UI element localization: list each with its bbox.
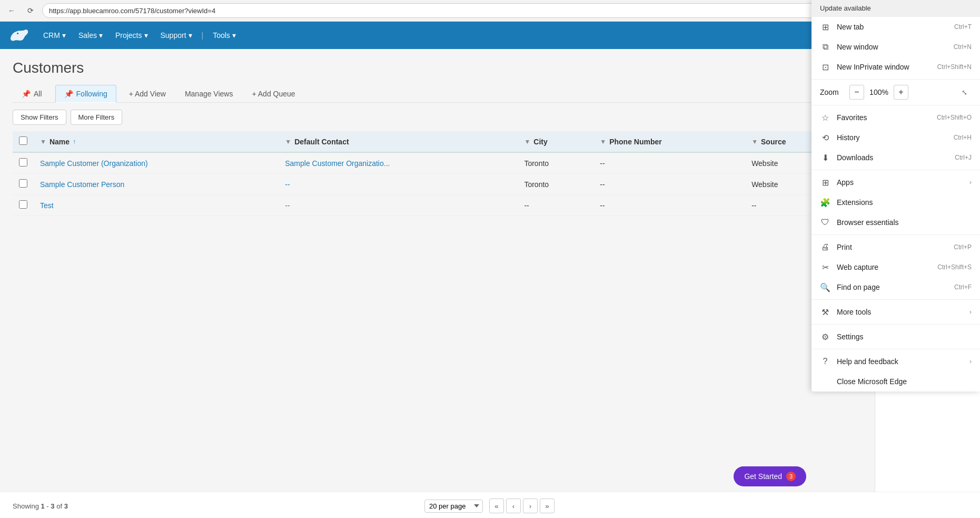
table-row: Sample Customer Person -- Toronto -- Web… (13, 174, 862, 195)
shortcut-history: Ctrl+H (954, 134, 972, 141)
address-bar[interactable] (42, 3, 856, 18)
prev-page-button[interactable]: ‹ (506, 499, 521, 513)
menu-icon-web-capture: ✂ (820, 262, 830, 272)
nav-crm[interactable]: CRM ▾ (38, 28, 71, 43)
menu-item-extensions[interactable]: 🧩 Extensions (811, 192, 980, 212)
phone-filter-icon: ▼ (600, 138, 606, 145)
city-filter-icon: ▼ (524, 138, 530, 145)
cell-phone: -- (593, 152, 745, 174)
row-checkbox-cell[interactable] (13, 195, 34, 216)
menu-icon-close-edge (820, 376, 830, 387)
menu-item-more-tools[interactable]: ⚒ More tools › (811, 302, 980, 322)
arrow-help-feedback: › (969, 358, 972, 365)
row-checkbox[interactable] (19, 158, 27, 167)
zoom-row: Zoom − 100% + ⤡ (811, 82, 980, 103)
zoom-expand-button[interactable]: ⤡ (957, 85, 972, 100)
menu-item-close-edge[interactable]: Close Microsoft Edge (811, 372, 980, 392)
divider-after-browser-essentials (811, 234, 980, 235)
nav-projects[interactable]: Projects ▾ (110, 28, 153, 43)
last-page-button[interactable]: » (540, 499, 555, 513)
pagination-bar: Showing 1 - 3 of 3 10 per page20 per pag… (0, 492, 980, 518)
tab-add-view[interactable]: + Add View (123, 86, 172, 101)
menu-item-new-inprivate[interactable]: ⊡ New InPrivate window Ctrl+Shift+N (811, 57, 980, 77)
menu-label-favorites: Favorites (837, 113, 867, 122)
menu-icon-print: 🖨 (820, 242, 830, 252)
select-all-header[interactable] (13, 131, 34, 152)
row-checkbox[interactable] (19, 200, 27, 209)
shortcut-print: Ctrl+P (954, 243, 972, 251)
menu-icon-more-tools: ⚒ (820, 307, 830, 317)
menu-item-browser-essentials[interactable]: 🛡 Browser essentials (811, 212, 980, 232)
menu-label-new-window: New window (837, 43, 878, 51)
menu-item-new-window[interactable]: ⧉ New window Ctrl+N (811, 37, 980, 57)
zoom-plus-button[interactable]: + (894, 85, 908, 100)
menu-item-settings[interactable]: ⚙ Settings (811, 327, 980, 347)
select-all-checkbox[interactable] (19, 136, 27, 145)
more-filters-button[interactable]: More Filters (71, 110, 123, 125)
row-checkbox-cell[interactable] (13, 152, 34, 174)
name-sort-icon[interactable]: ↑ (73, 138, 76, 145)
cell-city: Toronto (518, 174, 593, 195)
row-checkbox[interactable] (19, 179, 27, 188)
reload-button[interactable]: ⟳ (23, 3, 38, 18)
menu-item-downloads[interactable]: ⬇ Downloads Ctrl+J (811, 148, 980, 168)
next-page-button[interactable]: › (523, 499, 538, 513)
menu-item-new-tab[interactable]: ⊞ New tab Ctrl+T (811, 17, 980, 37)
customer-name-link[interactable]: Sample Customer (Organization) (40, 159, 148, 168)
nav-support[interactable]: Support ▾ (155, 28, 197, 43)
tab-manage-views[interactable]: Manage Views (179, 86, 240, 101)
menu-icon-extensions: 🧩 (820, 197, 830, 208)
col-name-header[interactable]: ▼ Name ↑ (34, 131, 279, 152)
contact-link[interactable]: -- (285, 180, 290, 189)
arrow-more-tools: › (969, 308, 972, 316)
contact-link[interactable]: -- (285, 201, 290, 210)
menu-item-help-feedback[interactable]: ? Help and feedback › (811, 351, 980, 372)
first-page-button[interactable]: « (489, 499, 504, 513)
zoom-label: Zoom (820, 88, 845, 96)
get-started-button[interactable]: Get Started 3 (734, 466, 806, 486)
customer-name-link[interactable]: Test (40, 201, 54, 210)
per-page-select[interactable]: 10 per page20 per page50 per page100 per… (424, 500, 483, 513)
tab-add-queue[interactable]: + Add Queue (245, 86, 301, 101)
row-checkbox-cell[interactable] (13, 174, 34, 195)
contact-link[interactable]: Sample Customer Organizatio... (285, 159, 390, 168)
divider (811, 105, 980, 105)
col-city-header[interactable]: ▼ City (518, 131, 593, 152)
zoom-minus-button[interactable]: − (849, 85, 864, 100)
menu-icon-new-tab: ⊞ (820, 22, 830, 32)
menu-item-apps[interactable]: ⊞ Apps › (811, 172, 980, 192)
menu-item-print[interactable]: 🖨 Print Ctrl+P (811, 237, 980, 257)
menu-item-web-capture[interactable]: ✂ Web capture Ctrl+Shift+S (811, 257, 980, 277)
cell-city: -- (518, 195, 593, 216)
menu-label-find-on-page: Find on page (837, 283, 880, 291)
tab-following[interactable]: 📌 Following (55, 85, 116, 103)
col-phone-header[interactable]: ▼ Phone Number (593, 131, 745, 152)
contact-filter-icon: ▼ (285, 138, 291, 145)
table-row: Test -- -- -- -- (13, 195, 862, 216)
arrow-apps: › (969, 179, 972, 186)
cell-name: Sample Customer Person (34, 174, 279, 195)
source-filter-icon: ▼ (751, 138, 758, 145)
customer-name-link[interactable]: Sample Customer Person (40, 180, 124, 189)
menu-item-history[interactable]: ⟲ History Ctrl+H (811, 128, 980, 148)
cell-phone: -- (593, 195, 745, 216)
show-filters-button[interactable]: Show Filters (13, 110, 66, 125)
tab-all[interactable]: 📌 All (13, 85, 51, 103)
get-started-label: Get Started (744, 472, 782, 481)
menu-label-extensions: Extensions (837, 198, 873, 207)
tabs-bar: 📌 All 📌 Following + Add View Manage View… (13, 85, 862, 103)
showing-text: Showing 1 - 3 of 3 (13, 502, 68, 510)
menu-icon-history: ⟲ (820, 132, 830, 143)
menu-item-favorites[interactable]: ☆ Favorites Ctrl+Shift+O (811, 107, 980, 128)
cell-name: Sample Customer (Organization) (34, 152, 279, 174)
menu-item-find-on-page[interactable]: 🔍 Find on page Ctrl+F (811, 277, 980, 297)
divider-after-find-on-page (811, 299, 980, 300)
shortcut-web-capture: Ctrl+Shift+S (937, 263, 972, 271)
menu-label-close-edge: Close Microsoft Edge (837, 377, 907, 386)
col-contact-header[interactable]: ▼ Default Contact (279, 131, 518, 152)
divider-after-downloads (811, 170, 980, 170)
back-button[interactable]: ← (4, 3, 19, 18)
zoom-value: 100% (868, 88, 889, 96)
nav-tools[interactable]: Tools ▾ (207, 28, 241, 43)
nav-sales[interactable]: Sales ▾ (73, 28, 108, 43)
